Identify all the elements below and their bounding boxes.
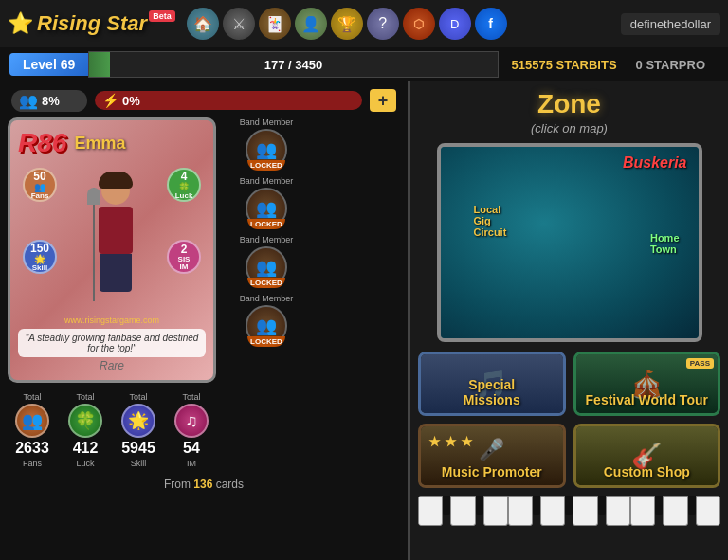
xp-bar-fill <box>89 52 110 77</box>
skill-stat-bubble: 150 🌟 Skill <box>23 240 57 274</box>
character-torso <box>99 207 133 254</box>
zone-subtitle: (click on map) <box>531 121 608 135</box>
band-member-1-icon[interactable]: 👥 LOCKED <box>246 129 287 171</box>
character-card[interactable]: R86 Emma 50 👥 Fans 4 🍀 Luck <box>8 117 216 383</box>
main-content: 👥 8% ⚡ 0% + R86 Emma 50 <box>0 81 728 560</box>
skill-name-label: Skill <box>131 459 147 468</box>
black-key <box>533 496 540 515</box>
local-gig-label[interactable]: LocalGigCircuit <box>474 204 507 238</box>
discord-nav-icon[interactable]: D <box>439 8 471 40</box>
right-panel: Zone (click on map) Buskeria LocalGigCir… <box>408 81 728 560</box>
im-stat-bubble: 2 SIS IM <box>167 240 201 274</box>
band-member-1-locked: LOCKED <box>247 160 285 171</box>
question-nav-icon[interactable]: ? <box>367 8 399 40</box>
band-member-3[interactable]: Band Member 👥 LOCKED <box>224 235 309 288</box>
starpro-value: 0 STARPRO <box>636 58 705 72</box>
zone-map[interactable]: Buskeria LocalGigCircuit HomeTown <box>437 143 702 342</box>
black-key <box>598 496 606 515</box>
fans-stat-bubble: 50 👥 Fans <box>23 168 57 202</box>
luck-stat-bubble: 4 🍀 Luck <box>167 168 201 202</box>
white-key <box>540 496 565 526</box>
buskeria-label: Buskeria <box>623 154 687 172</box>
character-figure <box>74 169 150 301</box>
white-key <box>573 496 597 526</box>
logo-text: Rising Star <box>37 11 147 36</box>
mic-stand <box>93 188 95 301</box>
band-member-3-locked: LOCKED <box>247 278 285 288</box>
xp-text: 177 / 3450 <box>264 58 322 72</box>
white-key <box>508 496 533 526</box>
festival-world-tour-button[interactable]: PASS 🎪 Festival World Tour <box>573 352 721 416</box>
white-key <box>450 496 475 526</box>
white-key <box>663 496 687 526</box>
band-member-2-icon[interactable]: 👥 LOCKED <box>246 188 287 229</box>
home-town-label[interactable]: HomeTown <box>650 232 680 255</box>
logo-area: ⭐ Rising Star Beta <box>8 11 177 36</box>
band-member-4[interactable]: Band Member 👥 LOCKED <box>224 294 309 347</box>
card-image-area: 50 👥 Fans 4 🍀 Luck <box>18 158 206 312</box>
energy-plus-button[interactable]: + <box>370 89 396 112</box>
white-key <box>630 496 655 526</box>
card-name: Emma <box>74 134 125 154</box>
left-panel: 👥 8% ⚡ 0% + R86 Emma 50 <box>0 81 408 560</box>
trophy-nav-icon[interactable]: 🏆 <box>331 8 363 40</box>
black-key <box>476 496 483 515</box>
pass-badge: PASS <box>686 358 714 369</box>
black-key <box>655 496 663 515</box>
level-bar: Level 69 177 / 3450 515575 STARBITS 0 ST… <box>0 47 728 81</box>
energy-percent: 0% <box>122 94 140 108</box>
music-promoter-decoration: 🎤 <box>479 438 504 462</box>
facebook-nav-icon[interactable]: f <box>475 8 507 40</box>
band-member-1-label: Band Member <box>240 117 294 127</box>
white-key <box>696 496 720 526</box>
special-missions-button[interactable]: 🎵 SpecialMissions <box>418 352 566 416</box>
band-member-1[interactable]: Band Member 👥 LOCKED <box>224 117 309 171</box>
band-member-2[interactable]: Band Member 👥 LOCKED <box>224 176 309 229</box>
black-key <box>565 496 573 515</box>
energy-bar: ⚡ 0% <box>95 91 362 110</box>
black-key <box>688 496 696 515</box>
hive-nav-icon[interactable]: ⬡ <box>403 8 435 40</box>
band-member-3-icon[interactable]: 👥 LOCKED <box>246 246 287 288</box>
band-member-2-label: Band Member <box>240 176 294 186</box>
card-rarity-text: Rare <box>18 359 206 372</box>
white-key <box>483 496 508 526</box>
total-luck-label: Total <box>76 392 94 402</box>
starbits-area: 515575 STARBITS 0 STARPRO <box>499 58 719 72</box>
music-promoter-button[interactable]: ★ ★ ★ 🎤 Music Promoter <box>418 424 566 488</box>
card-quote: "A steadily growing fanbase and destined… <box>18 329 206 357</box>
total-luck-value: 412 <box>73 440 99 457</box>
character-body <box>99 176 133 292</box>
total-im-value: 54 <box>183 440 200 457</box>
special-missions-label: SpecialMissions <box>421 377 563 407</box>
star-logo-icon: ⭐ <box>8 11 33 36</box>
piano-keys <box>418 496 720 526</box>
fans-icon: 👥 <box>19 92 38 110</box>
custom-shop-label: Custom Shop <box>576 464 719 479</box>
luck-name-label: Luck <box>76 459 94 468</box>
card-area: R86 Emma 50 👥 Fans 4 🍀 Luck <box>8 117 400 383</box>
fans-name-label: Fans <box>23 459 42 468</box>
black-key <box>443 496 450 515</box>
user-account[interactable]: definethedollar <box>621 13 720 35</box>
header: ⭐ Rising Star Beta 🏠 ⚔ 🃏 👤 🏆 ? ⬡ D f def… <box>0 0 728 47</box>
card-website: www.risingstargame.com <box>18 316 206 325</box>
home-nav-icon[interactable]: 🏠 <box>187 8 219 40</box>
character-head <box>101 176 130 205</box>
total-skill-value: 5945 <box>121 440 155 457</box>
band-member-3-label: Band Member <box>240 235 294 244</box>
zone-title: Zone <box>537 89 601 119</box>
band-member-2-locked: LOCKED <box>247 219 285 229</box>
music-promoter-label: Music Promoter <box>421 464 563 479</box>
from-cards: From 136 cards <box>8 478 400 491</box>
status-bars: 👥 8% ⚡ 0% + <box>8 89 400 112</box>
person-nav-icon[interactable]: 👤 <box>295 8 327 40</box>
im-name-label: IM <box>187 459 196 468</box>
custom-shop-button[interactable]: 🎸 Custom Shop <box>573 424 721 488</box>
cards-nav-icon[interactable]: 🃏 <box>259 8 291 40</box>
stats-row: Total 👥 2633 Fans Total 🍀 412 Luck Total… <box>8 388 400 472</box>
character-legs <box>100 254 132 292</box>
band-member-4-icon[interactable]: 👥 LOCKED <box>246 305 287 347</box>
sword-nav-icon[interactable]: ⚔ <box>223 8 255 40</box>
card-rarity-code: R86 <box>18 128 66 158</box>
